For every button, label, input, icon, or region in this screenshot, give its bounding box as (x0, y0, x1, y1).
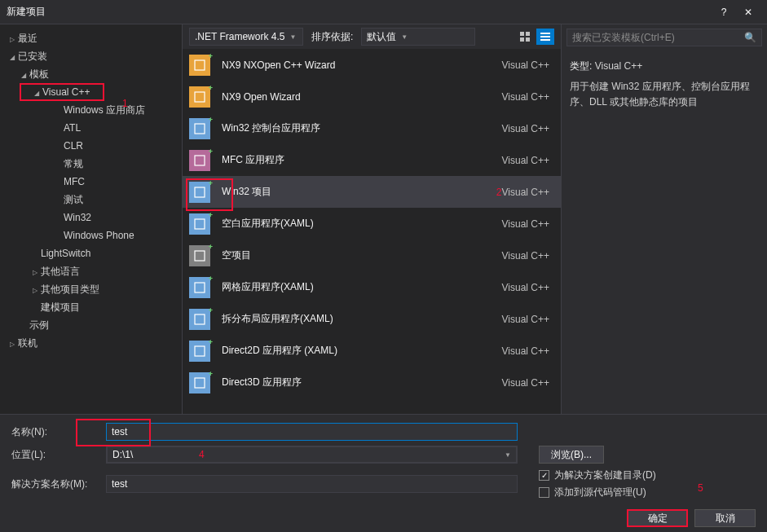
template-row[interactable]: +NX9 Open WizardVisual C++ (183, 81, 561, 112)
sidebar-item[interactable]: MFC (0, 173, 182, 191)
search-input[interactable]: 搜索已安装模板(Ctrl+E) 🔍 (566, 29, 762, 46)
dialog-title: 新建项目 (7, 5, 712, 19)
svg-rect-9 (195, 124, 205, 134)
sidebar-item[interactable]: Windows Phone (0, 226, 182, 244)
name-input[interactable]: test (106, 423, 518, 441)
sidebar-samples[interactable]: 示例 (0, 316, 182, 334)
view-details-button[interactable] (536, 29, 554, 45)
template-row[interactable]: +MFC 应用程序Visual C++ (183, 144, 561, 176)
template-language: Visual C++ (502, 377, 549, 389)
view-medium-icons-button[interactable] (516, 29, 534, 45)
svg-rect-12 (195, 219, 205, 229)
template-language: Visual C++ (502, 123, 549, 134)
svg-rect-13 (195, 251, 205, 261)
template-list[interactable]: +NX9 NXOpen C++ WizardVisual C+++NX9 Ope… (183, 49, 561, 414)
svg-rect-0 (520, 32, 524, 36)
desc-text: 用于创建 Win32 应用程序、控制台应用程序、DLL 或其他静态库的项目 (570, 79, 759, 110)
template-name: NX9 NXOpen C++ Wizard (222, 59, 502, 71)
sidebar-lightswitch[interactable]: LightSwitch (0, 244, 182, 262)
desc-type-value: Visual C++ (595, 60, 642, 72)
form-panel: 名称(N): test 位置(L): D:\1\▼ 浏览(B)... 解决方案名… (0, 414, 767, 532)
browse-button[interactable]: 浏览(B)... (539, 446, 604, 464)
template-panel: .NET Framework 4.5▼ 排序依据: 默认值▼ +NX9 NXOp… (182, 24, 561, 414)
template-language: Visual C++ (502, 59, 549, 71)
template-language: Visual C++ (502, 250, 549, 262)
template-row[interactable]: +NX9 NXOpen C++ WizardVisual C++ (183, 49, 561, 81)
sidebar-item[interactable]: 常规 (0, 155, 182, 173)
help-button[interactable]: ? (712, 0, 736, 24)
sidebar-recent[interactable]: 最近 (0, 29, 182, 47)
sidebar-installed[interactable]: 已安装 (0, 47, 182, 65)
template-row[interactable]: +Direct2D 应用程序 (XAML)Visual C++ (183, 335, 561, 367)
svg-rect-3 (526, 37, 530, 42)
svg-rect-1 (526, 32, 530, 36)
template-name: 空白应用程序(XAML) (222, 217, 502, 231)
template-name: Win32 项目 (222, 185, 488, 199)
title-bar: 新建项目 ? ✕ (0, 0, 767, 24)
sidebar-item[interactable]: Windows 应用商店 (0, 101, 182, 119)
template-icon: + (189, 55, 210, 76)
template-icon: + (189, 372, 210, 394)
svg-rect-11 (195, 187, 205, 197)
svg-rect-4 (540, 33, 550, 34)
framework-dropdown[interactable]: .NET Framework 4.5▼ (189, 28, 303, 46)
svg-rect-14 (195, 283, 205, 292)
ok-button[interactable]: 确定 (627, 509, 688, 527)
desc-type-label: 类型: (570, 60, 592, 72)
template-row[interactable]: +拆分布局应用程序(XAML)Visual C++ (183, 303, 561, 335)
sidebar-item[interactable]: ATL (0, 119, 182, 137)
search-icon: 🔍 (744, 32, 756, 43)
location-dropdown[interactable]: D:\1\▼ (106, 446, 518, 464)
sidebar-item[interactable]: CLR (0, 137, 182, 155)
category-sidebar: 最近 已安装 模板 Visual C++ Windows 应用商店 ATL CL… (0, 24, 182, 414)
sort-label: 排序依据: (311, 30, 353, 44)
annotation-5: 5 (698, 482, 703, 494)
template-icon: + (189, 309, 210, 330)
sidebar-modeling[interactable]: 建模项目 (0, 298, 182, 316)
template-icon: + (189, 213, 210, 235)
template-row[interactable]: +空项目Visual C++ (183, 240, 561, 271)
name-label: 名称(N): (11, 425, 101, 439)
template-row[interactable]: +网格应用程序(XAML)Visual C++ (183, 271, 561, 303)
svg-rect-6 (540, 39, 550, 41)
sidebar-item[interactable]: 测试 (0, 191, 182, 209)
location-label: 位置(L): (11, 448, 101, 462)
template-row[interactable]: +Win32 控制台应用程序Visual C++ (183, 112, 561, 144)
template-icon: + (189, 118, 210, 139)
close-button[interactable]: ✕ (736, 0, 760, 24)
template-icon: + (189, 341, 210, 362)
template-name: 网格应用程序(XAML) (222, 280, 502, 294)
solution-name-input[interactable]: test (106, 475, 518, 493)
svg-rect-16 (195, 346, 205, 356)
template-language: Visual C++ (502, 345, 549, 357)
template-name: Win32 控制台应用程序 (222, 121, 502, 135)
template-icon: + (189, 245, 210, 266)
create-directory-checkbox[interactable]: ✓为解决方案创建目录(D) (539, 468, 656, 482)
template-language: Visual C++ (502, 314, 549, 325)
template-row[interactable]: +Win32 项目2Visual C++ (183, 176, 561, 208)
cancel-button[interactable]: 取消 (694, 509, 756, 527)
sidebar-online[interactable]: 联机 (0, 334, 182, 352)
sidebar-visual-cpp[interactable]: Visual C++ (20, 83, 104, 101)
sidebar-templates[interactable]: 模板 (0, 65, 182, 83)
template-icon: + (189, 150, 210, 171)
template-row[interactable]: +空白应用程序(XAML)Visual C++ (183, 208, 561, 240)
svg-rect-10 (195, 156, 205, 165)
template-icon: + (189, 86, 210, 108)
template-toolbar: .NET Framework 4.5▼ 排序依据: 默认值▼ (183, 24, 561, 49)
sidebar-other-languages[interactable]: 其他语言 (0, 262, 182, 280)
add-source-control-checkbox[interactable]: 添加到源代码管理(U) (539, 486, 656, 499)
description-panel: 搜索已安装模板(Ctrl+E) 🔍 类型: Visual C++ 用于创建 Wi… (561, 24, 767, 414)
annotation-4: 4 (199, 449, 205, 460)
sidebar-item[interactable]: Win32 (0, 209, 182, 226)
sort-dropdown[interactable]: 默认值▼ (361, 28, 475, 46)
svg-rect-15 (195, 314, 205, 324)
svg-rect-2 (520, 37, 524, 42)
template-name: Direct3D 应用程序 (222, 376, 502, 389)
svg-rect-8 (195, 92, 205, 102)
svg-rect-17 (195, 378, 205, 388)
sidebar-other-project-types[interactable]: 其他项目类型 (0, 280, 182, 298)
svg-rect-7 (195, 60, 205, 70)
template-row[interactable]: +Direct3D 应用程序Visual C++ (183, 367, 561, 398)
template-language: Visual C++ (502, 218, 549, 230)
